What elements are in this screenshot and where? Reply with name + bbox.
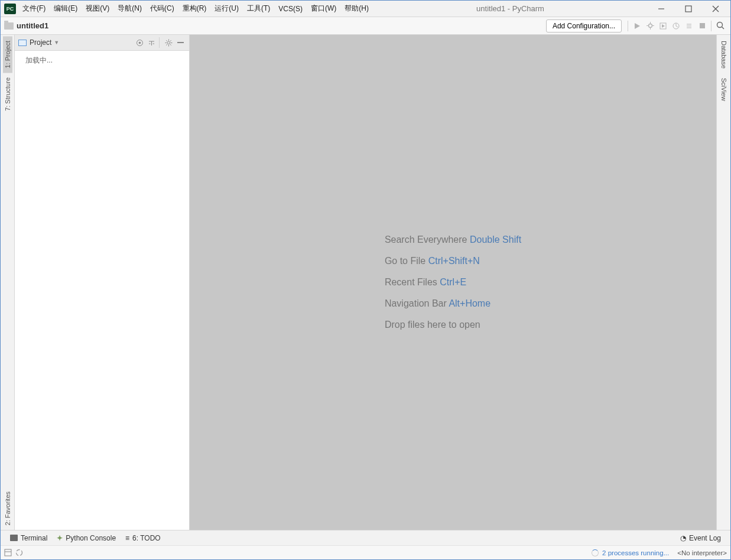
status-bar: 2 processes running... <No interpreter> xyxy=(1,545,730,559)
search-icon[interactable] xyxy=(714,19,727,32)
svg-rect-36 xyxy=(177,42,184,43)
hide-icon[interactable] xyxy=(175,37,186,48)
project-panel-title[interactable]: Project xyxy=(30,38,51,47)
menu-code[interactable]: 代码(C) xyxy=(146,2,178,15)
terminal-icon xyxy=(10,535,18,541)
editor-empty-hints: Search Everywhere Double Shift Go to Fil… xyxy=(385,224,521,341)
menu-bar: PC 文件(F) 编辑(E) 视图(V) 导航(N) 代码(C) 重构(R) 运… xyxy=(1,1,730,17)
bottom-tab-python-console[interactable]: ✦Python Console xyxy=(52,532,121,544)
interpreter-selector[interactable]: <No interpreter> xyxy=(677,549,727,556)
progress-icon[interactable] xyxy=(15,549,23,556)
svg-rect-1 xyxy=(685,6,691,12)
menu-tools[interactable]: 工具(T) xyxy=(243,2,274,15)
svg-line-20 xyxy=(722,27,724,30)
maximize-button[interactable] xyxy=(675,1,702,17)
project-panel-header: Project ▼ xyxy=(15,35,189,51)
hint-goto-file: Go to File Ctrl+Shift+N xyxy=(385,256,521,266)
menu-vcs[interactable]: VCS(S) xyxy=(274,3,307,15)
window-title: untitled1 - PyCharm xyxy=(373,4,648,13)
minimize-button[interactable] xyxy=(648,1,675,17)
navigation-bar: untitled1 Add Configuration... xyxy=(1,17,730,35)
hint-drop-files: Drop files here to open xyxy=(385,320,521,330)
svg-marker-11 xyxy=(662,24,665,28)
locate-icon[interactable] xyxy=(134,37,145,48)
hint-navigation-bar: Navigation Bar Alt+Home xyxy=(385,298,521,309)
svg-marker-4 xyxy=(635,23,640,29)
processes-running-link[interactable]: 2 processes running... xyxy=(602,549,669,556)
menu-navigate[interactable]: 导航(N) xyxy=(113,2,146,15)
menu-help[interactable]: 帮助(H) xyxy=(340,2,373,15)
svg-line-14 xyxy=(676,26,678,27)
log-icon: ◔ xyxy=(680,534,686,542)
window-controls xyxy=(648,1,729,17)
svg-point-39 xyxy=(17,550,22,556)
breadcrumb-project[interactable]: untitled1 xyxy=(17,21,48,30)
project-tool-window: Project ▼ 加载中... xyxy=(15,35,190,530)
editor-area[interactable]: Search Everywhere Double Shift Go to Fil… xyxy=(190,35,716,530)
chevron-down-icon[interactable]: ▼ xyxy=(54,40,59,45)
menu-window[interactable]: 窗口(W) xyxy=(307,2,340,15)
gear-icon[interactable] xyxy=(163,37,174,48)
hint-search-everywhere: Search Everywhere Double Shift xyxy=(385,235,521,245)
debug-icon[interactable] xyxy=(644,19,657,32)
collapse-icon[interactable] xyxy=(146,37,157,48)
list-icon: ≡ xyxy=(125,534,129,542)
attach-icon[interactable] xyxy=(683,19,696,32)
rail-tab-sciview[interactable]: SciView xyxy=(719,73,729,106)
bottom-tab-todo[interactable]: ≡6: TODO xyxy=(121,532,165,544)
project-view-icon xyxy=(18,40,27,46)
hint-recent-files: Recent Files Ctrl+E xyxy=(385,277,521,288)
svg-line-32 xyxy=(166,40,167,41)
bottom-tab-event-log[interactable]: ◔Event Log xyxy=(675,532,726,544)
coverage-icon[interactable] xyxy=(657,19,670,32)
menu-refactor[interactable]: 重构(R) xyxy=(178,2,211,15)
right-tool-rail: Database SciView xyxy=(716,35,730,530)
rail-tab-project[interactable]: 1: Project xyxy=(3,36,12,73)
svg-rect-18 xyxy=(700,23,705,28)
svg-line-34 xyxy=(170,40,171,41)
project-loading-text: 加载中... xyxy=(15,51,189,70)
rail-tab-structure[interactable]: 7: Structure xyxy=(3,73,12,116)
folder-icon xyxy=(4,22,14,30)
svg-point-5 xyxy=(648,24,652,28)
divider xyxy=(711,21,711,31)
svg-point-22 xyxy=(138,41,141,44)
bottom-tab-terminal[interactable]: Terminal xyxy=(5,532,52,544)
spinner-icon xyxy=(592,549,599,556)
app-logo: PC xyxy=(4,4,16,14)
close-button[interactable] xyxy=(702,1,729,17)
svg-point-19 xyxy=(717,22,722,28)
menu-view[interactable]: 视图(V) xyxy=(82,2,113,15)
python-icon: ✦ xyxy=(57,534,63,542)
menu-file[interactable]: 文件(F) xyxy=(18,2,50,15)
profile-icon[interactable] xyxy=(670,19,683,32)
bottom-tool-bar: Terminal ✦Python Console ≡6: TODO ◔Event… xyxy=(1,530,730,545)
tool-windows-icon[interactable] xyxy=(4,549,12,556)
svg-point-27 xyxy=(167,41,170,44)
divider xyxy=(159,37,160,48)
add-configuration-button[interactable]: Add Configuration... xyxy=(546,19,622,32)
svg-line-35 xyxy=(166,44,167,45)
svg-rect-37 xyxy=(5,549,11,556)
rail-tab-database[interactable]: Database xyxy=(719,36,729,73)
rail-tab-favorites[interactable]: 2: Favorites xyxy=(3,487,12,530)
menu-edit[interactable]: 编辑(E) xyxy=(50,2,82,15)
stop-icon[interactable] xyxy=(696,19,709,32)
left-tool-rail: 1: Project 7: Structure 2: Favorites xyxy=(1,35,15,530)
menu-run[interactable]: 运行(U) xyxy=(210,2,243,15)
run-icon[interactable] xyxy=(631,19,644,32)
divider xyxy=(628,21,628,31)
svg-line-33 xyxy=(170,44,171,45)
